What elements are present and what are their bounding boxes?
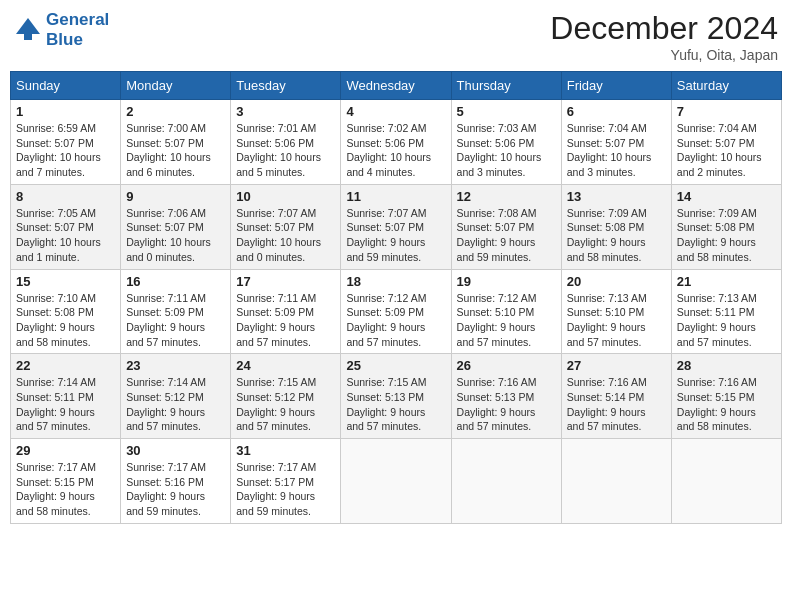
day-info: Sunrise: 7:11 AM Sunset: 5:09 PM Dayligh… [126,291,225,350]
calendar-cell: 5Sunrise: 7:03 AM Sunset: 5:06 PM Daylig… [451,100,561,185]
day-number: 20 [567,274,666,289]
calendar-cell: 22Sunrise: 7:14 AM Sunset: 5:11 PM Dayli… [11,354,121,439]
day-info: Sunrise: 7:04 AM Sunset: 5:07 PM Dayligh… [677,121,776,180]
calendar-cell: 21Sunrise: 7:13 AM Sunset: 5:11 PM Dayli… [671,269,781,354]
calendar-cell: 1Sunrise: 6:59 AM Sunset: 5:07 PM Daylig… [11,100,121,185]
calendar-week-row: 29Sunrise: 7:17 AM Sunset: 5:15 PM Dayli… [11,439,782,524]
day-info: Sunrise: 7:17 AM Sunset: 5:16 PM Dayligh… [126,460,225,519]
day-number: 25 [346,358,445,373]
day-info: Sunrise: 7:07 AM Sunset: 5:07 PM Dayligh… [236,206,335,265]
logo-icon [14,16,42,44]
day-number: 4 [346,104,445,119]
calendar-cell: 30Sunrise: 7:17 AM Sunset: 5:16 PM Dayli… [121,439,231,524]
day-info: Sunrise: 7:00 AM Sunset: 5:07 PM Dayligh… [126,121,225,180]
day-info: Sunrise: 7:10 AM Sunset: 5:08 PM Dayligh… [16,291,115,350]
day-number: 7 [677,104,776,119]
day-number: 21 [677,274,776,289]
day-info: Sunrise: 7:12 AM Sunset: 5:09 PM Dayligh… [346,291,445,350]
calendar-cell: 7Sunrise: 7:04 AM Sunset: 5:07 PM Daylig… [671,100,781,185]
calendar-cell: 26Sunrise: 7:16 AM Sunset: 5:13 PM Dayli… [451,354,561,439]
calendar-cell: 29Sunrise: 7:17 AM Sunset: 5:15 PM Dayli… [11,439,121,524]
calendar-cell: 28Sunrise: 7:16 AM Sunset: 5:15 PM Dayli… [671,354,781,439]
day-number: 31 [236,443,335,458]
day-info: Sunrise: 7:05 AM Sunset: 5:07 PM Dayligh… [16,206,115,265]
day-number: 22 [16,358,115,373]
calendar-cell: 17Sunrise: 7:11 AM Sunset: 5:09 PM Dayli… [231,269,341,354]
day-number: 18 [346,274,445,289]
location: Yufu, Oita, Japan [550,47,778,63]
day-number: 13 [567,189,666,204]
calendar-cell: 31Sunrise: 7:17 AM Sunset: 5:17 PM Dayli… [231,439,341,524]
calendar-cell: 16Sunrise: 7:11 AM Sunset: 5:09 PM Dayli… [121,269,231,354]
month-title: December 2024 [550,10,778,47]
calendar-cell: 3Sunrise: 7:01 AM Sunset: 5:06 PM Daylig… [231,100,341,185]
day-number: 27 [567,358,666,373]
day-number: 11 [346,189,445,204]
day-info: Sunrise: 7:17 AM Sunset: 5:15 PM Dayligh… [16,460,115,519]
calendar-cell: 6Sunrise: 7:04 AM Sunset: 5:07 PM Daylig… [561,100,671,185]
day-info: Sunrise: 7:17 AM Sunset: 5:17 PM Dayligh… [236,460,335,519]
weekday-header-tuesday: Tuesday [231,72,341,100]
day-info: Sunrise: 7:16 AM Sunset: 5:13 PM Dayligh… [457,375,556,434]
calendar-cell: 15Sunrise: 7:10 AM Sunset: 5:08 PM Dayli… [11,269,121,354]
day-info: Sunrise: 7:15 AM Sunset: 5:13 PM Dayligh… [346,375,445,434]
calendar-week-row: 15Sunrise: 7:10 AM Sunset: 5:08 PM Dayli… [11,269,782,354]
calendar-cell: 18Sunrise: 7:12 AM Sunset: 5:09 PM Dayli… [341,269,451,354]
calendar-week-row: 22Sunrise: 7:14 AM Sunset: 5:11 PM Dayli… [11,354,782,439]
day-number: 30 [126,443,225,458]
day-number: 26 [457,358,556,373]
calendar-cell: 13Sunrise: 7:09 AM Sunset: 5:08 PM Dayli… [561,184,671,269]
weekday-header-wednesday: Wednesday [341,72,451,100]
weekday-header-sunday: Sunday [11,72,121,100]
calendar-cell: 8Sunrise: 7:05 AM Sunset: 5:07 PM Daylig… [11,184,121,269]
day-number: 17 [236,274,335,289]
day-info: Sunrise: 6:59 AM Sunset: 5:07 PM Dayligh… [16,121,115,180]
day-info: Sunrise: 7:13 AM Sunset: 5:10 PM Dayligh… [567,291,666,350]
svg-rect-1 [24,34,32,40]
calendar-week-row: 8Sunrise: 7:05 AM Sunset: 5:07 PM Daylig… [11,184,782,269]
day-number: 29 [16,443,115,458]
calendar-cell: 12Sunrise: 7:08 AM Sunset: 5:07 PM Dayli… [451,184,561,269]
calendar-cell: 2Sunrise: 7:00 AM Sunset: 5:07 PM Daylig… [121,100,231,185]
day-info: Sunrise: 7:03 AM Sunset: 5:06 PM Dayligh… [457,121,556,180]
calendar-cell: 19Sunrise: 7:12 AM Sunset: 5:10 PM Dayli… [451,269,561,354]
calendar-body: 1Sunrise: 6:59 AM Sunset: 5:07 PM Daylig… [11,100,782,524]
day-number: 16 [126,274,225,289]
day-number: 6 [567,104,666,119]
day-info: Sunrise: 7:09 AM Sunset: 5:08 PM Dayligh… [567,206,666,265]
weekday-header-friday: Friday [561,72,671,100]
calendar-cell [451,439,561,524]
day-number: 2 [126,104,225,119]
calendar-cell: 20Sunrise: 7:13 AM Sunset: 5:10 PM Dayli… [561,269,671,354]
calendar-table: SundayMondayTuesdayWednesdayThursdayFrid… [10,71,782,524]
title-block: December 2024 Yufu, Oita, Japan [550,10,778,63]
day-info: Sunrise: 7:14 AM Sunset: 5:11 PM Dayligh… [16,375,115,434]
day-number: 28 [677,358,776,373]
day-number: 14 [677,189,776,204]
day-info: Sunrise: 7:04 AM Sunset: 5:07 PM Dayligh… [567,121,666,180]
day-info: Sunrise: 7:16 AM Sunset: 5:15 PM Dayligh… [677,375,776,434]
calendar-cell: 25Sunrise: 7:15 AM Sunset: 5:13 PM Dayli… [341,354,451,439]
logo: General Blue [14,10,109,50]
day-number: 24 [236,358,335,373]
day-number: 15 [16,274,115,289]
calendar-cell: 24Sunrise: 7:15 AM Sunset: 5:12 PM Dayli… [231,354,341,439]
calendar-cell [671,439,781,524]
day-number: 8 [16,189,115,204]
day-info: Sunrise: 7:13 AM Sunset: 5:11 PM Dayligh… [677,291,776,350]
day-number: 9 [126,189,225,204]
calendar-cell: 27Sunrise: 7:16 AM Sunset: 5:14 PM Dayli… [561,354,671,439]
day-info: Sunrise: 7:09 AM Sunset: 5:08 PM Dayligh… [677,206,776,265]
calendar-cell: 9Sunrise: 7:06 AM Sunset: 5:07 PM Daylig… [121,184,231,269]
day-info: Sunrise: 7:15 AM Sunset: 5:12 PM Dayligh… [236,375,335,434]
day-info: Sunrise: 7:08 AM Sunset: 5:07 PM Dayligh… [457,206,556,265]
day-info: Sunrise: 7:11 AM Sunset: 5:09 PM Dayligh… [236,291,335,350]
calendar-cell: 11Sunrise: 7:07 AM Sunset: 5:07 PM Dayli… [341,184,451,269]
day-info: Sunrise: 7:02 AM Sunset: 5:06 PM Dayligh… [346,121,445,180]
day-info: Sunrise: 7:14 AM Sunset: 5:12 PM Dayligh… [126,375,225,434]
calendar-cell: 4Sunrise: 7:02 AM Sunset: 5:06 PM Daylig… [341,100,451,185]
day-number: 1 [16,104,115,119]
logo-text: General Blue [46,10,109,50]
day-info: Sunrise: 7:01 AM Sunset: 5:06 PM Dayligh… [236,121,335,180]
weekday-header-monday: Monday [121,72,231,100]
